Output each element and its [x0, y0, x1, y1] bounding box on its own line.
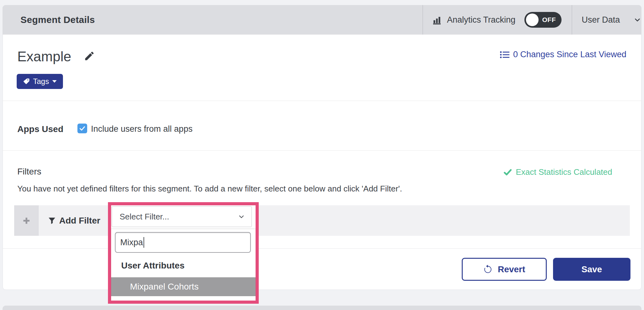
card-header: Segment Details Analytics Tracking OFF U…	[3, 5, 641, 35]
include-all-apps-label: Include users from all apps	[91, 124, 193, 134]
save-button-label: Save	[581, 264, 602, 274]
select-filter-dropdown[interactable]: Select Filter...	[112, 206, 252, 227]
revert-button[interactable]: Revert	[462, 258, 547, 281]
filter-search-input[interactable]: Mixpa	[115, 232, 251, 253]
analytics-tracking-zone: Analytics Tracking	[432, 5, 516, 35]
changes-since-last-viewed-link[interactable]: 0 Changes Since Last Viewed	[500, 50, 626, 59]
apps-used-label: Apps Used	[17, 124, 63, 134]
tag-icon	[23, 78, 30, 85]
check-icon	[503, 168, 512, 177]
annotation-highlight-box: Select Filter... Mixpa User Attributes M…	[108, 202, 259, 304]
exact-statistics-status: Exact Statistics Calculated	[503, 167, 612, 177]
undo-arrow-icon	[483, 265, 493, 274]
page-title: Segment Details	[20, 5, 95, 35]
filter-dropdown-panel: Mixpa User Attributes Mixpanel Cohorts	[111, 229, 256, 301]
dropdown-option-mixpanel-cohorts[interactable]: Mixpanel Cohorts	[111, 277, 256, 296]
user-data-dropdown[interactable]: User Data	[582, 5, 641, 35]
toggle-off-label: OFF	[542, 12, 556, 28]
pencil-icon	[84, 50, 95, 62]
user-data-label: User Data	[582, 15, 620, 25]
plus-icon	[22, 217, 31, 225]
analytics-tracking-label: Analytics Tracking	[447, 15, 516, 25]
add-filter-label: Add Filter	[48, 205, 100, 236]
add-filter-text: Add Filter	[59, 216, 100, 226]
select-filter-value: Select Filter...	[112, 212, 238, 222]
caret-down-icon	[52, 80, 57, 83]
segment-details-card	[3, 5, 641, 290]
add-filter-plus-button[interactable]	[14, 205, 39, 236]
section-divider	[3, 248, 641, 249]
next-card-header	[3, 306, 641, 310]
filters-title: Filters	[17, 167, 41, 177]
revert-button-label: Revert	[498, 264, 525, 274]
changes-link-label: 0 Changes Since Last Viewed	[513, 50, 626, 59]
analytics-tracking-toggle[interactable]: OFF	[524, 12, 562, 28]
segment-name: Example	[17, 49, 71, 64]
header-divider	[572, 5, 572, 35]
bar-chart-icon	[432, 15, 443, 25]
segment-details-page: Segment Details Analytics Tracking OFF U…	[0, 0, 644, 310]
tags-button-label: Tags	[33, 77, 49, 86]
list-icon	[500, 51, 510, 59]
filters-description: You have not yet defined filters for thi…	[17, 184, 402, 194]
save-button[interactable]: Save	[553, 258, 630, 281]
funnel-icon	[48, 217, 56, 225]
exact-statistics-label: Exact Statistics Calculated	[516, 167, 612, 177]
toggle-knob[interactable]	[526, 14, 539, 26]
filter-search-value: Mixpa	[120, 238, 143, 247]
edit-name-button[interactable]	[84, 50, 95, 62]
header-divider	[422, 5, 423, 35]
chevron-down-icon	[238, 213, 251, 220]
add-filter-row	[14, 205, 630, 236]
include-all-apps-checkbox[interactable]	[77, 124, 87, 133]
check-icon	[79, 125, 86, 132]
tags-button[interactable]: Tags	[17, 74, 63, 89]
dropdown-group-label: User Attributes	[121, 261, 184, 271]
chevron-down-icon	[633, 16, 641, 24]
section-divider	[3, 150, 641, 151]
section-divider	[3, 101, 641, 101]
text-cursor	[144, 237, 144, 248]
dropdown-option-label: Mixpanel Cohorts	[111, 282, 199, 292]
